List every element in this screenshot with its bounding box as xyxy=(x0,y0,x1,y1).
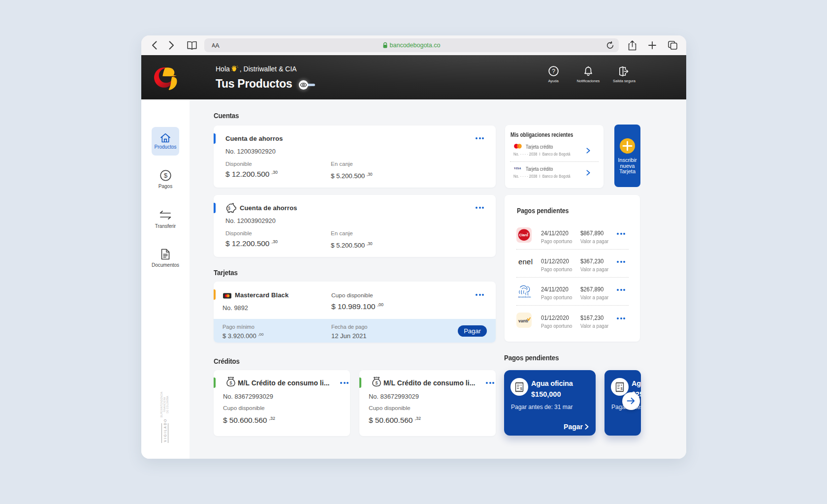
svg-text:$: $ xyxy=(228,206,230,211)
svg-text:vanti: vanti xyxy=(518,318,528,323)
svg-text:$: $ xyxy=(229,380,232,385)
svg-text:$: $ xyxy=(621,386,623,391)
svg-text:$: $ xyxy=(163,172,167,179)
svg-text:?: ? xyxy=(552,68,555,75)
svg-text:VISA: VISA xyxy=(514,166,521,170)
svg-text:acueducto: acueducto xyxy=(518,295,531,298)
svg-text:$: $ xyxy=(520,386,523,391)
svg-text:$: $ xyxy=(375,380,378,385)
svg-text:Claro: Claro xyxy=(519,233,529,237)
